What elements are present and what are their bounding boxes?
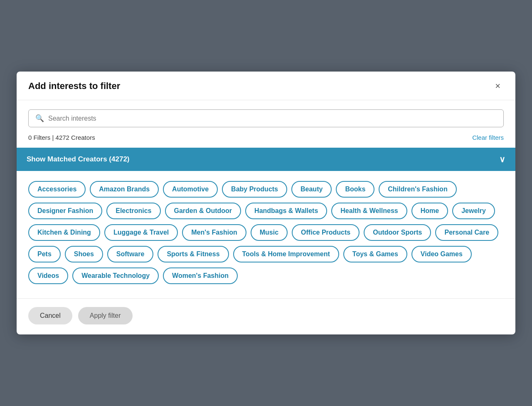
tag-pill[interactable]: Baby Products	[222, 181, 287, 198]
close-button[interactable]: ×	[492, 80, 504, 92]
tags-grid: AccessoriesAmazon BrandsAutomotiveBaby P…	[28, 181, 504, 291]
tag-pill[interactable]: Garden & Outdoor	[165, 203, 241, 219]
tag-pill[interactable]: Books	[336, 181, 374, 198]
search-input[interactable]	[48, 115, 497, 122]
tag-pill[interactable]: Men's Fashion	[182, 224, 246, 241]
search-icon: 🔍	[35, 114, 44, 123]
tag-pill[interactable]: Sports & Fitness	[158, 246, 229, 262]
tag-pill[interactable]: Office Products	[292, 224, 360, 241]
matched-creators-bar[interactable]: Show Matched Creators (4272) ∨	[17, 148, 515, 171]
tag-pill[interactable]: Luggage & Travel	[104, 224, 178, 241]
tag-pill[interactable]: Jewelry	[452, 203, 495, 219]
tag-pill[interactable]: Beauty	[291, 181, 332, 198]
tag-pill[interactable]: Accessories	[28, 181, 86, 198]
search-bar: 🔍	[28, 109, 504, 127]
chevron-down-icon: ∨	[499, 154, 505, 164]
modal-header: Add interests to filter ×	[17, 72, 515, 100]
tag-pill[interactable]: Kitchen & Dining	[28, 224, 100, 241]
modal-overlay: Add interests to filter × 🔍 0 Filters | …	[0, 0, 532, 406]
tag-pill[interactable]: Women's Fashion	[163, 267, 238, 284]
filter-count-text: 0 Filters | 4272 Creators	[28, 134, 95, 141]
tag-pill[interactable]: Home	[411, 203, 448, 219]
tag-pill[interactable]: Toys & Games	[343, 246, 407, 262]
tag-pill[interactable]: Electronics	[106, 203, 160, 219]
tag-pill[interactable]: Health & Wellness	[331, 203, 407, 219]
tag-pill[interactable]: Amazon Brands	[90, 181, 159, 198]
apply-filter-button[interactable]: Apply filter	[78, 307, 133, 324]
cancel-button[interactable]: Cancel	[28, 307, 72, 324]
tag-pill[interactable]: Wearable Technology	[72, 267, 159, 284]
tag-pill[interactable]: Handbags & Wallets	[245, 203, 327, 219]
tag-pill[interactable]: Video Games	[411, 246, 472, 262]
tag-pill[interactable]: Videos	[28, 267, 68, 284]
tag-pill[interactable]: Software	[107, 246, 154, 262]
tag-pill[interactable]: Pets	[28, 246, 61, 262]
tag-pill[interactable]: Designer Fashion	[28, 203, 102, 219]
tag-pill[interactable]: Outdoor Sports	[364, 224, 431, 241]
tag-pill[interactable]: Personal Care	[435, 224, 498, 241]
tag-pill[interactable]: Shoes	[65, 246, 103, 262]
tag-pill[interactable]: Tools & Home Improvement	[233, 246, 339, 262]
modal-dialog: Add interests to filter × 🔍 0 Filters | …	[17, 72, 515, 334]
modal-footer: Cancel Apply filter	[17, 298, 515, 334]
matched-creators-label: Show Matched Creators (4272)	[27, 155, 130, 163]
tag-pill[interactable]: Music	[251, 224, 288, 241]
filter-summary: 0 Filters | 4272 Creators Clear filters	[28, 134, 504, 141]
clear-filters-button[interactable]: Clear filters	[472, 134, 504, 141]
tag-pill[interactable]: Children's Fashion	[379, 181, 456, 198]
tags-section: AccessoriesAmazon BrandsAutomotiveBaby P…	[28, 171, 504, 294]
modal-title: Add interests to filter	[28, 81, 120, 92]
tag-pill[interactable]: Automotive	[163, 181, 218, 198]
modal-body: 🔍 0 Filters | 4272 Creators Clear filter…	[17, 100, 515, 294]
